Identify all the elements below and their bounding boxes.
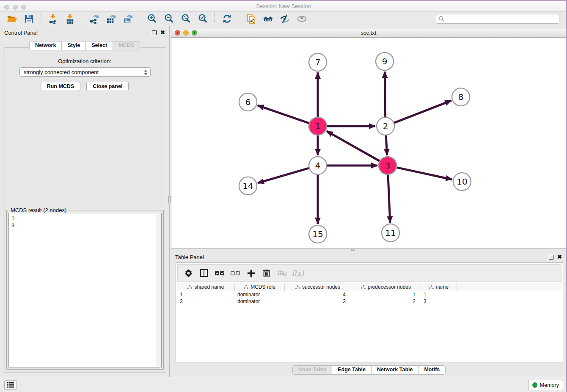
cell-name[interactable]: 3	[421, 298, 457, 305]
minimize-traffic-light[interactable]	[13, 5, 18, 10]
zoom-fit-icon[interactable]	[180, 13, 192, 25]
network-minimize-icon[interactable]: –	[183, 30, 189, 36]
sort-hierarchy-icon	[187, 285, 192, 290]
float-panel-icon[interactable]	[549, 255, 553, 259]
close-panel-icon[interactable]: ✖	[160, 29, 165, 36]
tab-network-table[interactable]: Network Table	[372, 365, 419, 375]
edge-3-11[interactable]	[388, 175, 390, 223]
network-window-title: scc.txt	[171, 28, 566, 37]
add-column-icon[interactable]	[245, 268, 257, 279]
delete-column-trash-icon[interactable]	[260, 268, 273, 279]
network-maximize-icon[interactable]: +	[192, 30, 197, 36]
column-header-name[interactable]: name	[421, 283, 457, 291]
table-body: 1dominator4113dominator323	[177, 291, 561, 305]
toggle-panel-icon[interactable]	[198, 268, 210, 279]
memory-label: Memory	[540, 382, 559, 388]
cell-shared-name[interactable]: 1	[177, 291, 235, 298]
cell-successor-nodes[interactable]: 4	[285, 291, 351, 298]
export-image-icon[interactable]	[122, 13, 134, 25]
mcds-panel: Optimization criterion: strongly connect…	[3, 47, 166, 373]
main-toolbar	[0, 12, 567, 26]
tab-network[interactable]: Network	[29, 41, 62, 50]
show-graphics-eye-icon[interactable]	[296, 13, 308, 25]
zoom-selected-icon[interactable]	[197, 13, 209, 25]
control-panel-tabs: NetworkStyleSelectMCDS	[0, 41, 169, 50]
tab-mcds[interactable]: MCDS	[113, 41, 140, 50]
close-panel-button[interactable]: Close panel	[86, 82, 129, 91]
tab-select[interactable]: Select	[86, 41, 113, 50]
edge-1-6[interactable]	[258, 105, 309, 123]
cell-MCDS-role[interactable]: dominator	[235, 291, 285, 298]
column-header-MCDS-role[interactable]: MCDS role	[235, 283, 285, 291]
edge-2-8[interactable]	[394, 101, 451, 123]
edge-2-3[interactable]	[386, 135, 387, 155]
table-panel-title: Table Panel	[175, 254, 204, 260]
memory-button[interactable]: Memory	[528, 380, 563, 390]
network-view-window: x – + scc.txt 7968124314101511	[171, 28, 566, 249]
select-all-icon[interactable]	[213, 268, 226, 279]
node-label-6: 6	[245, 97, 251, 107]
mcds-result-text: 1 3	[9, 213, 161, 229]
delete-table-icon	[276, 268, 289, 279]
edge-2-9[interactable]	[385, 72, 385, 117]
float-panel-icon[interactable]	[152, 30, 157, 35]
cell-MCDS-role[interactable]: dominator	[235, 298, 285, 305]
cell-shared-name[interactable]: 3	[177, 298, 235, 305]
column-header-shared-name[interactable]: shared name	[177, 283, 235, 291]
status-bar: Memory	[0, 377, 567, 392]
node-label-11: 11	[385, 228, 396, 238]
network-canvas[interactable]: 7968124314101511	[171, 38, 566, 248]
cell-predecessor-nodes[interactable]: 2	[351, 298, 421, 305]
edge-3-10[interactable]	[397, 168, 452, 179]
table-header-row: shared nameMCDS rolesuccessor nodesprede…	[177, 283, 561, 291]
export-network-icon[interactable]	[88, 13, 100, 25]
home-layout-icon[interactable]	[262, 13, 274, 25]
sort-hierarchy-icon	[295, 285, 300, 290]
node-label-2: 2	[383, 121, 388, 131]
table-row[interactable]: 3dominator323	[177, 298, 561, 305]
close-traffic-light[interactable]	[4, 5, 9, 10]
save-session-icon[interactable]	[23, 13, 35, 25]
network-close-icon[interactable]: x	[175, 30, 180, 36]
criterion-select[interactable]: strongly connected component	[19, 67, 151, 77]
tab-edge-table[interactable]: Edge Table	[332, 365, 372, 375]
search-input[interactable]	[436, 14, 559, 24]
import-network-icon[interactable]	[47, 13, 59, 25]
edge-4-14[interactable]	[258, 168, 309, 183]
mcds-result-title: MCDS result (2 nodes)	[9, 207, 68, 213]
mcds-result-area[interactable]: 1 3	[8, 213, 162, 367]
zoom-out-icon[interactable]	[163, 13, 175, 25]
node-label-1: 1	[315, 121, 321, 131]
run-mcds-button[interactable]: Run MCDS	[41, 82, 81, 91]
table-settings-gear-icon[interactable]	[182, 268, 195, 279]
node-table: shared nameMCDS rolesuccessor nodesprede…	[177, 283, 561, 361]
import-table-icon[interactable]	[64, 13, 76, 25]
open-session-icon[interactable]	[6, 13, 18, 25]
column-header-predecessor-nodes[interactable]: predecessor nodes	[351, 283, 421, 291]
tab-motifs[interactable]: Motifs	[418, 365, 446, 375]
cell-successor-nodes[interactable]: 3	[285, 298, 351, 305]
cell-name[interactable]: 1	[421, 291, 457, 298]
close-panel-icon[interactable]: ✖	[557, 254, 562, 260]
table-panel-header: Table Panel ✖	[171, 253, 567, 262]
cell-predecessor-nodes[interactable]: 1	[351, 291, 421, 298]
select-arrows-icon	[143, 69, 148, 77]
column-header-successor-nodes[interactable]: successor nodes	[285, 283, 351, 291]
hide-network-icon[interactable]	[279, 13, 291, 25]
copy-network-view-icon[interactable]	[245, 13, 257, 25]
edge-3-1[interactable]	[327, 131, 380, 161]
panel-list-button[interactable]	[4, 380, 17, 390]
tab-style[interactable]: Style	[62, 41, 86, 50]
toolbar-separator	[41, 13, 41, 25]
node-label-15: 15	[312, 229, 323, 239]
network-window-titlebar[interactable]: x – + scc.txt	[171, 28, 566, 38]
maximize-traffic-light[interactable]	[21, 5, 26, 10]
deselect-all-icon[interactable]	[229, 268, 242, 279]
export-table-icon[interactable]	[105, 13, 117, 25]
tab-node-table[interactable]: Node Table	[292, 365, 332, 375]
refresh-layout-icon[interactable]	[221, 13, 233, 25]
memory-status-icon	[532, 382, 537, 388]
table-row[interactable]: 1dominator411	[177, 291, 561, 298]
result-scrollbar[interactable]	[157, 214, 161, 367]
zoom-in-icon[interactable]	[146, 13, 158, 25]
